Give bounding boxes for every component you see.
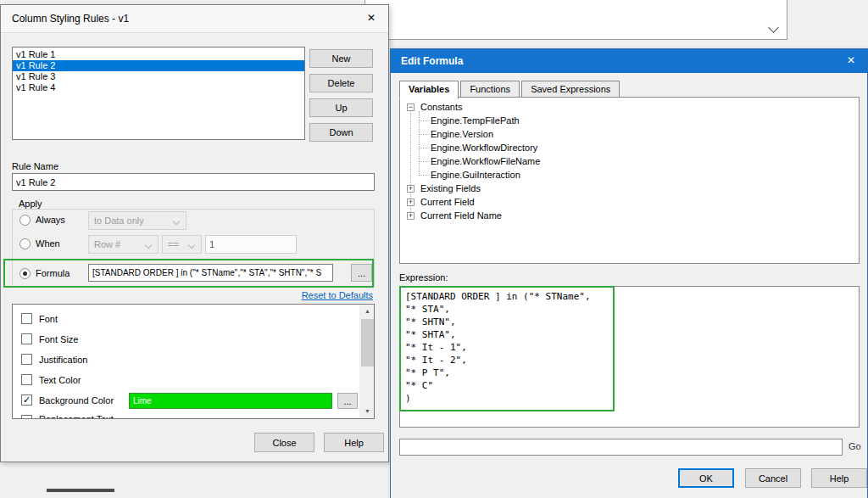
tree-guide-stub	[419, 175, 429, 176]
background-color-value-field[interactable]: Lime	[129, 393, 332, 409]
always-scope-value: to Data only	[94, 215, 144, 226]
help-button[interactable]: Help	[324, 433, 384, 452]
replacement-text-checkbox[interactable]: ✓	[21, 415, 32, 419]
ok-button[interactable]: OK	[678, 468, 734, 488]
close-icon[interactable]: ✕	[847, 54, 855, 66]
background-color-browse-button[interactable]: ...	[337, 393, 358, 409]
tab-bar: Variables Functions Saved Expressions	[399, 81, 619, 98]
expression-editor[interactable]: [STANDARD ORDER ] in ("* STName", "* STA…	[399, 286, 860, 428]
close-button[interactable]: Close	[254, 433, 314, 452]
chevron-down-icon	[188, 242, 195, 249]
tree-guide-stub	[419, 148, 429, 148]
tree-guide-stub	[419, 134, 429, 135]
tree-item[interactable]: Engine.WorkflowDirectory	[431, 143, 537, 153]
rule-list-item[interactable]: v1 Rule 2	[13, 60, 304, 71]
search-input[interactable]	[399, 439, 843, 456]
tree-item[interactable]: Engine.GuiInteraction	[431, 170, 520, 180]
screen: Column Styling Rules - v1 ✕ v1 Rule 1 v1…	[0, 0, 868, 498]
chevron-down-icon	[768, 22, 779, 33]
dialog-title: Edit Formula	[401, 55, 463, 67]
close-icon[interactable]: ✕	[367, 12, 376, 24]
always-radio[interactable]	[19, 215, 31, 226]
rule-list-item[interactable]: v1 Rule 4	[13, 82, 304, 93]
when-field-combo: Row #	[88, 235, 159, 254]
chevron-down-icon	[173, 218, 180, 225]
expression-label: Expression:	[399, 272, 448, 283]
edit-formula-dialog: Edit Formula ✕ Variables Functions Saved…	[390, 48, 868, 498]
rule-name-label: Rule Name	[12, 161, 58, 171]
reset-defaults-link[interactable]: Reset to Defaults	[302, 290, 373, 300]
tree-item-existing-fields[interactable]: Existing Fields	[420, 183, 481, 193]
dialog-titlebar: Edit Formula ✕	[391, 49, 867, 73]
when-operator-value: ==	[168, 239, 179, 249]
when-value-input	[205, 235, 297, 254]
tab-saved-expressions[interactable]: Saved Expressions	[521, 81, 620, 98]
formula-input[interactable]	[88, 264, 333, 282]
background-color-checkbox[interactable]: ✓	[21, 394, 32, 406]
rule-list-item[interactable]: v1 Rule 3	[13, 71, 304, 82]
apply-group-label: Apply	[16, 199, 45, 209]
scrollbar[interactable]: ▲ ▼	[359, 305, 374, 418]
background-color-label: Background Color	[39, 395, 114, 406]
check-icon: ✓	[22, 395, 31, 405]
scroll-up-icon: ▲	[360, 305, 375, 318]
go-button[interactable]: Go	[849, 441, 861, 451]
up-button[interactable]: Up	[309, 98, 373, 117]
tab-variables[interactable]: Variables	[399, 81, 459, 99]
formula-browse-button[interactable]: ...	[351, 264, 372, 282]
when-radio[interactable]	[19, 238, 31, 249]
background-dropdown[interactable]	[364, 0, 787, 40]
font-size-checkbox[interactable]: ✓	[21, 333, 32, 344]
dialog-titlebar: Column Styling Rules - v1 ✕	[1, 5, 388, 33]
always-scope-combo: to Data only	[88, 211, 186, 230]
scroll-down-button[interactable]: ▼	[360, 405, 375, 418]
tree-item-constants[interactable]: Constants	[420, 102, 463, 112]
tree-item[interactable]: Engine.Version	[431, 129, 493, 139]
tree-item-current-field[interactable]: Current Field	[420, 197, 475, 207]
down-button[interactable]: Down	[309, 123, 373, 142]
chevron-down-icon	[145, 242, 152, 249]
expression-text: [STANDARD ORDER ] in ("* STName", "* STA…	[405, 290, 591, 405]
help-button[interactable]: Help	[811, 468, 867, 488]
scroll-up-button[interactable]: ▲	[360, 305, 375, 318]
tree-item[interactable]: Engine.TempFilePath	[431, 115, 520, 126]
new-button[interactable]: New	[309, 49, 373, 68]
delete-button[interactable]: Delete	[309, 74, 373, 92]
style-options-panel: ✓ Font ✓ Font Size ✓ Justification ✓ Tex…	[12, 304, 375, 419]
background-color-value: Lime	[133, 396, 152, 406]
background-artifact-bottom-dash	[47, 489, 114, 492]
rule-list-item[interactable]: v1 Rule 1	[13, 49, 304, 60]
font-label: Font	[39, 314, 58, 324]
tree-item-current-field-name[interactable]: Current Field Name	[420, 210, 502, 221]
scrollbar-thumb[interactable]	[361, 319, 374, 367]
collapse-icon[interactable]: −	[407, 104, 415, 111]
justification-label: Justification	[39, 355, 87, 365]
font-checkbox[interactable]: ✓	[21, 313, 32, 324]
rule-name-input[interactable]	[12, 173, 375, 191]
expand-icon[interactable]: +	[407, 199, 415, 206]
tree-guide-stub	[419, 120, 429, 121]
font-size-label: Font Size	[39, 334, 78, 344]
when-label: When	[36, 238, 60, 249]
when-operator-combo: ==	[162, 235, 202, 254]
tree-guide-stub	[419, 161, 429, 162]
tab-functions[interactable]: Functions	[460, 81, 520, 98]
dialog-title: Column Styling Rules - v1	[12, 13, 129, 25]
variables-tree-panel: − Constants Engine.TempFilePath Engine.V…	[399, 97, 860, 264]
always-label: Always	[36, 215, 65, 225]
when-field-value: Row #	[94, 239, 120, 249]
cancel-button[interactable]: Cancel	[745, 468, 801, 488]
replacement-text-label: Replacement Text	[39, 414, 114, 419]
scroll-down-icon: ▼	[360, 405, 375, 418]
formula-radio[interactable]	[19, 268, 31, 279]
rule-list: v1 Rule 1 v1 Rule 2 v1 Rule 3 v1 Rule 4	[12, 47, 305, 140]
formula-label: Formula	[36, 268, 70, 278]
justification-checkbox[interactable]: ✓	[21, 354, 32, 365]
text-color-label: Text Color	[39, 375, 81, 385]
expand-icon[interactable]: +	[407, 185, 415, 193]
expand-icon[interactable]: +	[407, 212, 415, 220]
column-styling-dialog: Column Styling Rules - v1 ✕ v1 Rule 1 v1…	[0, 4, 389, 462]
text-color-checkbox[interactable]: ✓	[21, 374, 32, 385]
tree-item[interactable]: Engine.WorkflowFileName	[431, 156, 540, 166]
